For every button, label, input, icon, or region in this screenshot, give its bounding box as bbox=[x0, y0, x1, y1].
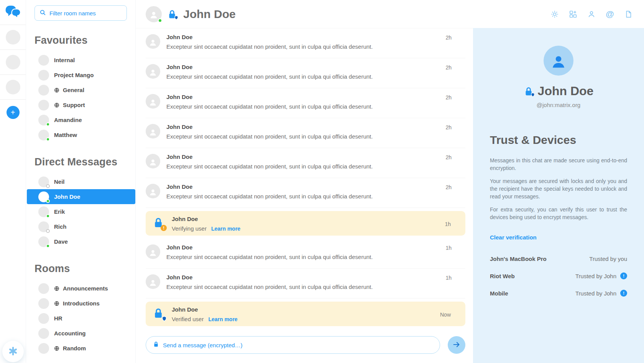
message-timestamp: 2h bbox=[445, 93, 452, 101]
mention-icon[interactable]: @ bbox=[606, 10, 614, 18]
learn-more-link[interactable]: Learn more bbox=[211, 226, 240, 232]
sidebar-item-label: Introductions bbox=[63, 300, 100, 307]
avatar bbox=[146, 244, 160, 259]
member-user-id: @john:matrix.org bbox=[490, 102, 627, 108]
sidebar-item-introductions[interactable]: Introductions bbox=[34, 296, 127, 311]
message-row: John DoeExcepteur sint occaecat cupidata… bbox=[146, 148, 465, 178]
sidebar-item-rich[interactable]: Rich bbox=[34, 219, 127, 234]
message-row: John DoeExcepteur sint occaecat cupidata… bbox=[146, 269, 465, 299]
app-logo-icon[interactable] bbox=[5, 5, 21, 20]
rail-divider bbox=[0, 50, 26, 50]
encryption-status-banner: !John DoeVerifying userLearn more1h bbox=[146, 211, 465, 236]
device-trust-status: Trusted by you bbox=[589, 256, 627, 262]
member-avatar bbox=[544, 46, 573, 76]
lock-warning-icon: ! bbox=[153, 217, 166, 230]
rail-divider bbox=[0, 25, 26, 25]
rail-avatar[interactable] bbox=[6, 30, 20, 45]
settings-button[interactable] bbox=[2, 341, 24, 362]
message-row: John DoeExcepteur sint occaecat cupidata… bbox=[146, 58, 465, 88]
sidebar-item-label: Erik bbox=[54, 208, 65, 215]
presence-dot bbox=[46, 184, 50, 188]
presence-dot bbox=[46, 229, 50, 233]
avatar bbox=[38, 177, 49, 187]
avatar bbox=[146, 184, 160, 198]
avatar bbox=[38, 283, 49, 294]
sidebar-item-hr[interactable]: HR bbox=[34, 311, 127, 326]
globe-icon bbox=[54, 87, 59, 93]
message-text: Excepteur sint occaecat cupidatat non pr… bbox=[166, 284, 439, 290]
rail-divider bbox=[0, 74, 26, 75]
message-sender: John Doe bbox=[166, 153, 439, 160]
sidebar-item-label: Project Mango bbox=[54, 72, 94, 78]
learn-more-link[interactable]: Learn more bbox=[208, 316, 237, 322]
encryption-status-banner: John DoeVerified userLearn moreNow bbox=[146, 302, 465, 326]
message-sender: John Doe bbox=[166, 34, 439, 40]
section-heading-rooms: Rooms bbox=[34, 263, 127, 275]
profile-icon[interactable] bbox=[587, 10, 596, 18]
presence-dot bbox=[46, 214, 50, 218]
message-sender: John Doe bbox=[166, 124, 439, 130]
sidebar-item-dave[interactable]: Dave bbox=[34, 234, 127, 249]
app-window: FavouritesInternalProject MangoGeneralSu… bbox=[0, 0, 644, 363]
sidebar-item-neil[interactable]: Neil bbox=[34, 174, 127, 189]
room-filter-input[interactable] bbox=[49, 10, 126, 16]
avatar bbox=[38, 313, 49, 324]
globe-icon bbox=[54, 102, 59, 108]
avatar bbox=[38, 100, 49, 111]
message-timestamp: 2h bbox=[445, 183, 452, 190]
device-info-icon[interactable]: ! bbox=[620, 272, 627, 279]
sidebar-item-support[interactable]: Support bbox=[34, 97, 127, 112]
search-icon bbox=[39, 9, 46, 17]
avatar bbox=[38, 191, 49, 202]
message-sender: John Doe bbox=[166, 244, 439, 251]
sidebar-item-amandine[interactable]: Amandine bbox=[34, 112, 127, 127]
warning-badge: ! bbox=[161, 225, 167, 231]
settings-icon[interactable] bbox=[550, 10, 559, 18]
avatar bbox=[38, 328, 49, 339]
message-text: Excepteur sint occaecat cupidatat non pr… bbox=[166, 43, 439, 50]
verification-status-text: Verifying user bbox=[172, 225, 207, 232]
encryption-paragraph: For extra security, you can verify this … bbox=[490, 206, 627, 221]
sidebar-item-john-doe[interactable]: John Doe bbox=[27, 189, 135, 204]
member-info-panel: John Doe @john:matrix.org Trust & Device… bbox=[473, 28, 644, 363]
avatar bbox=[38, 55, 49, 66]
add-community-button[interactable] bbox=[7, 106, 20, 119]
sidebar-item-random[interactable]: Random bbox=[34, 341, 127, 356]
avatar bbox=[38, 221, 49, 232]
message-input[interactable] bbox=[163, 342, 433, 348]
sidebar-item-accounting[interactable]: Accounting bbox=[34, 326, 127, 341]
sidebar-item-internal[interactable]: Internal bbox=[34, 53, 127, 68]
presence-dot bbox=[46, 244, 50, 248]
avatar bbox=[146, 34, 160, 49]
room-filter bbox=[34, 5, 127, 21]
sidebar-item-label: Accounting bbox=[54, 330, 86, 337]
sidebar-item-announcements[interactable]: Announcements bbox=[34, 281, 127, 296]
arrow-right-icon bbox=[452, 340, 461, 350]
chat-avatar bbox=[146, 6, 162, 22]
sidebar-item-project-mango[interactable]: Project Mango bbox=[34, 68, 127, 82]
verification-status-text: Verified user bbox=[172, 316, 204, 322]
chat-title: John Doe bbox=[183, 8, 236, 21]
avatar bbox=[38, 236, 49, 247]
message-text: Excepteur sint occaecat cupidatat non pr… bbox=[166, 133, 439, 140]
message-timestamp: 2h bbox=[445, 153, 452, 160]
rail-avatar[interactable] bbox=[6, 55, 20, 69]
sidebar-item-label: Matthew bbox=[54, 132, 77, 138]
sidebar-item-matthew[interactable]: Matthew bbox=[34, 127, 127, 142]
encrypted-lock-icon bbox=[153, 341, 159, 349]
rail-avatar[interactable] bbox=[6, 80, 20, 94]
add-widget-icon[interactable] bbox=[569, 10, 577, 18]
message-text: Excepteur sint occaecat cupidatat non pr… bbox=[166, 103, 439, 110]
rail-divider bbox=[0, 99, 26, 100]
avatar bbox=[146, 124, 160, 139]
sidebar-item-erik[interactable]: Erik bbox=[34, 204, 127, 219]
sidebar-item-general[interactable]: General bbox=[34, 82, 127, 97]
pages-icon[interactable] bbox=[624, 10, 632, 18]
sidebar-item-label: Internal bbox=[54, 57, 75, 63]
clear-verification-link[interactable]: Clear verification bbox=[490, 234, 537, 241]
section-heading-favourites: Favourites bbox=[34, 35, 127, 46]
device-trust-status: Trusted by John bbox=[575, 273, 616, 279]
send-button[interactable] bbox=[448, 336, 465, 354]
device-info-icon[interactable]: ! bbox=[620, 290, 627, 297]
sidebar-item-label: Dave bbox=[54, 238, 68, 245]
